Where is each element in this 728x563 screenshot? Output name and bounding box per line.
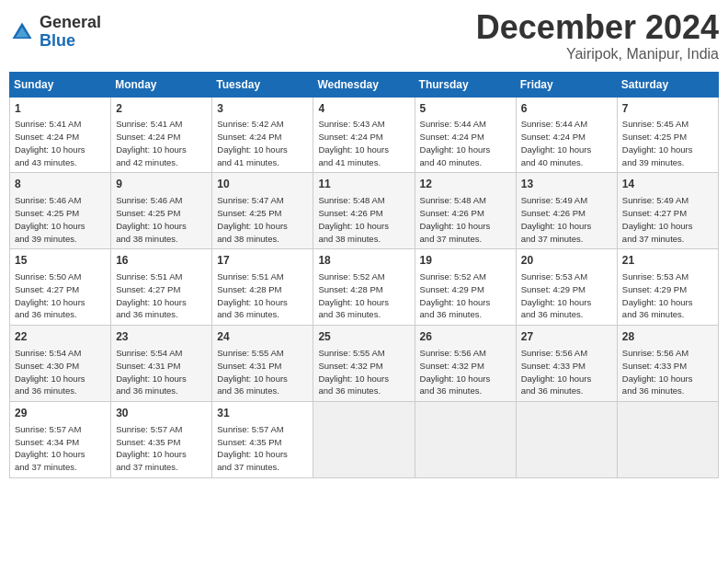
day-info: Sunrise: 5:48 AM Sunset: 4:26 PM Dayligh… (420, 194, 511, 245)
day-number: 25 (318, 329, 409, 345)
calendar-cell: 16Sunrise: 5:51 AM Sunset: 4:27 PM Dayli… (111, 249, 212, 326)
day-info: Sunrise: 5:50 AM Sunset: 4:27 PM Dayligh… (15, 270, 106, 321)
calendar-cell: 2Sunrise: 5:41 AM Sunset: 4:24 PM Daylig… (111, 97, 212, 173)
location: Yairipok, Manipur, India (476, 46, 719, 63)
calendar-cell: 5Sunrise: 5:44 AM Sunset: 4:24 PM Daylig… (415, 97, 516, 173)
calendar-cell: 28Sunrise: 5:56 AM Sunset: 4:33 PM Dayli… (617, 326, 718, 402)
calendar-cell (617, 402, 718, 478)
day-info: Sunrise: 5:51 AM Sunset: 4:27 PM Dayligh… (116, 270, 207, 321)
calendar-cell: 21Sunrise: 5:53 AM Sunset: 4:29 PM Dayli… (617, 249, 718, 326)
weekday-header: Thursday (415, 72, 516, 97)
calendar-cell: 25Sunrise: 5:55 AM Sunset: 4:32 PM Dayli… (313, 326, 415, 402)
day-number: 15 (15, 253, 106, 269)
day-number: 10 (217, 177, 308, 192)
day-number: 9 (116, 177, 207, 192)
day-info: Sunrise: 5:45 AM Sunset: 4:25 PM Dayligh… (622, 118, 713, 168)
calendar-cell: 27Sunrise: 5:56 AM Sunset: 4:33 PM Dayli… (516, 326, 617, 402)
calendar-cell: 26Sunrise: 5:56 AM Sunset: 4:32 PM Dayli… (415, 326, 516, 402)
day-number: 3 (217, 101, 308, 117)
weekday-header: Wednesday (313, 72, 415, 97)
day-number: 12 (420, 177, 511, 192)
day-info: Sunrise: 5:46 AM Sunset: 4:25 PM Dayligh… (15, 194, 106, 245)
day-number: 5 (420, 101, 511, 117)
calendar-cell: 3Sunrise: 5:42 AM Sunset: 4:24 PM Daylig… (212, 97, 313, 173)
calendar-cell: 8Sunrise: 5:46 AM Sunset: 4:25 PM Daylig… (10, 173, 111, 249)
day-info: Sunrise: 5:52 AM Sunset: 4:29 PM Dayligh… (420, 270, 511, 321)
day-info: Sunrise: 5:41 AM Sunset: 4:24 PM Dayligh… (116, 118, 207, 168)
calendar-cell: 6Sunrise: 5:44 AM Sunset: 4:24 PM Daylig… (516, 97, 617, 173)
day-info: Sunrise: 5:57 AM Sunset: 4:35 PM Dayligh… (116, 423, 207, 474)
day-info: Sunrise: 5:43 AM Sunset: 4:24 PM Dayligh… (318, 118, 409, 168)
calendar-cell: 4Sunrise: 5:43 AM Sunset: 4:24 PM Daylig… (313, 97, 415, 173)
day-number: 28 (622, 329, 713, 345)
day-number: 7 (622, 101, 713, 117)
day-info: Sunrise: 5:56 AM Sunset: 4:33 PM Dayligh… (521, 347, 612, 397)
day-info: Sunrise: 5:54 AM Sunset: 4:30 PM Dayligh… (15, 347, 106, 397)
weekday-header: Saturday (617, 72, 718, 97)
weekday-header-row: SundayMondayTuesdayWednesdayThursdayFrid… (10, 72, 719, 97)
calendar-week-row: 29Sunrise: 5:57 AM Sunset: 4:34 PM Dayli… (10, 402, 719, 478)
day-number: 17 (217, 253, 308, 269)
day-number: 16 (116, 253, 207, 269)
day-number: 13 (521, 177, 612, 192)
calendar-week-row: 1Sunrise: 5:41 AM Sunset: 4:24 PM Daylig… (10, 97, 719, 173)
day-number: 24 (217, 329, 308, 345)
day-info: Sunrise: 5:46 AM Sunset: 4:25 PM Dayligh… (116, 194, 207, 245)
day-info: Sunrise: 5:56 AM Sunset: 4:33 PM Dayligh… (622, 347, 713, 397)
weekday-header: Tuesday (212, 72, 313, 97)
calendar-cell: 11Sunrise: 5:48 AM Sunset: 4:26 PM Dayli… (313, 173, 415, 249)
day-number: 8 (15, 177, 106, 192)
day-info: Sunrise: 5:54 AM Sunset: 4:31 PM Dayligh… (116, 347, 207, 397)
day-info: Sunrise: 5:57 AM Sunset: 4:34 PM Dayligh… (15, 423, 106, 474)
day-info: Sunrise: 5:57 AM Sunset: 4:35 PM Dayligh… (217, 423, 308, 474)
calendar-cell: 12Sunrise: 5:48 AM Sunset: 4:26 PM Dayli… (415, 173, 516, 249)
calendar-cell: 31Sunrise: 5:57 AM Sunset: 4:35 PM Dayli… (212, 402, 313, 478)
calendar-week-row: 8Sunrise: 5:46 AM Sunset: 4:25 PM Daylig… (10, 173, 719, 249)
calendar-cell: 30Sunrise: 5:57 AM Sunset: 4:35 PM Dayli… (111, 402, 212, 478)
day-number: 26 (420, 329, 511, 345)
logo-text: General Blue (40, 14, 101, 51)
day-info: Sunrise: 5:44 AM Sunset: 4:24 PM Dayligh… (521, 118, 612, 168)
day-number: 30 (116, 406, 207, 421)
day-info: Sunrise: 5:48 AM Sunset: 4:26 PM Dayligh… (318, 194, 409, 245)
calendar-cell: 10Sunrise: 5:47 AM Sunset: 4:25 PM Dayli… (212, 173, 313, 249)
logo-blue: Blue (40, 32, 101, 51)
calendar-cell: 29Sunrise: 5:57 AM Sunset: 4:34 PM Dayli… (10, 402, 111, 478)
day-number: 29 (15, 406, 106, 421)
logo-icon (9, 19, 35, 45)
calendar-cell: 17Sunrise: 5:51 AM Sunset: 4:28 PM Dayli… (212, 249, 313, 326)
calendar-cell: 14Sunrise: 5:49 AM Sunset: 4:27 PM Dayli… (617, 173, 718, 249)
logo: General Blue (9, 14, 101, 51)
calendar-cell: 24Sunrise: 5:55 AM Sunset: 4:31 PM Dayli… (212, 326, 313, 402)
day-number: 27 (521, 329, 612, 345)
logo-general: General (40, 14, 101, 32)
weekday-header: Sunday (10, 72, 111, 97)
page-header: General Blue December 2024 Yairipok, Man… (9, 9, 719, 63)
calendar-cell: 18Sunrise: 5:52 AM Sunset: 4:28 PM Dayli… (313, 249, 415, 326)
day-info: Sunrise: 5:52 AM Sunset: 4:28 PM Dayligh… (318, 270, 409, 321)
day-number: 6 (521, 101, 612, 117)
calendar-week-row: 15Sunrise: 5:50 AM Sunset: 4:27 PM Dayli… (10, 249, 719, 326)
calendar-cell: 9Sunrise: 5:46 AM Sunset: 4:25 PM Daylig… (111, 173, 212, 249)
day-number: 19 (420, 253, 511, 269)
day-number: 18 (318, 253, 409, 269)
calendar-cell: 13Sunrise: 5:49 AM Sunset: 4:26 PM Dayli… (516, 173, 617, 249)
calendar-cell: 22Sunrise: 5:54 AM Sunset: 4:30 PM Dayli… (10, 326, 111, 402)
day-number: 21 (622, 253, 713, 269)
day-number: 11 (318, 177, 409, 192)
day-info: Sunrise: 5:53 AM Sunset: 4:29 PM Dayligh… (521, 270, 612, 321)
calendar-cell (415, 402, 516, 478)
day-number: 4 (318, 101, 409, 117)
day-number: 1 (15, 101, 106, 117)
day-number: 22 (15, 329, 106, 345)
day-info: Sunrise: 5:49 AM Sunset: 4:26 PM Dayligh… (521, 194, 612, 245)
calendar-cell: 1Sunrise: 5:41 AM Sunset: 4:24 PM Daylig… (10, 97, 111, 173)
calendar-cell (313, 402, 415, 478)
calendar-cell: 23Sunrise: 5:54 AM Sunset: 4:31 PM Dayli… (111, 326, 212, 402)
month-title: December 2024 (476, 9, 719, 46)
day-info: Sunrise: 5:55 AM Sunset: 4:32 PM Dayligh… (318, 347, 409, 397)
day-info: Sunrise: 5:41 AM Sunset: 4:24 PM Dayligh… (15, 118, 106, 168)
calendar: SundayMondayTuesdayWednesdayThursdayFrid… (9, 72, 719, 478)
day-number: 2 (116, 101, 207, 117)
calendar-cell: 20Sunrise: 5:53 AM Sunset: 4:29 PM Dayli… (516, 249, 617, 326)
